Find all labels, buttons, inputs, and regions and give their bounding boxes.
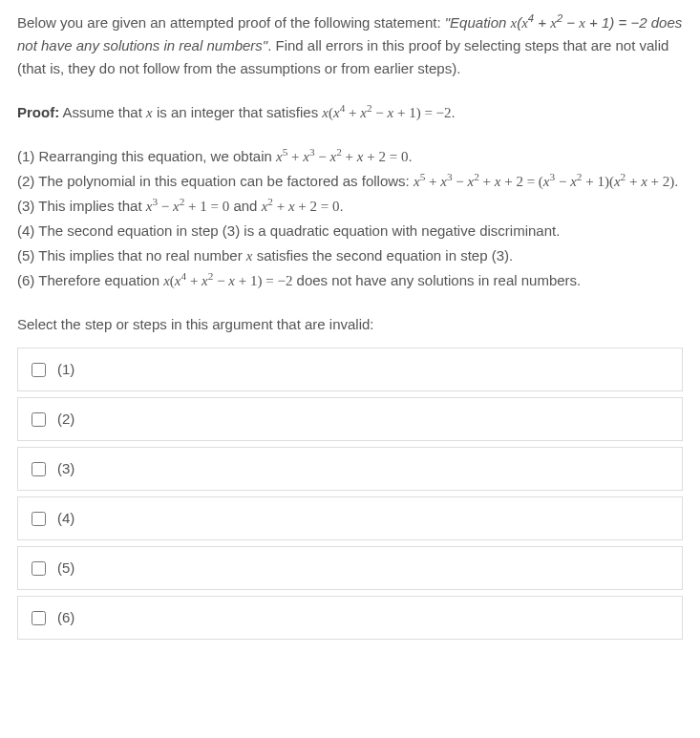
checkbox-6[interactable] — [32, 611, 46, 625]
proof-assume-mid: is an integer that satisfies — [153, 104, 323, 120]
step-4: (4) The second equation in step (3) is a… — [17, 220, 683, 242]
checkbox-2[interactable] — [32, 412, 46, 427]
option-3-label[interactable]: (3) — [57, 457, 74, 480]
option-4-label[interactable]: (4) — [57, 507, 74, 530]
proof-assumption: Proof: Assume that x is an integer that … — [17, 101, 683, 124]
checkbox-3[interactable] — [32, 462, 46, 476]
option-2-label[interactable]: (2) — [57, 408, 74, 431]
step-1: (1) Rearranging this equation, we obtain… — [17, 145, 683, 168]
option-1[interactable]: (1) — [17, 348, 683, 391]
step-3: (3) This implies that x3 − x2 + 1 = 0 an… — [17, 195, 683, 218]
option-2[interactable]: (2) — [17, 397, 683, 441]
proof-label: Proof: — [17, 104, 59, 120]
proof-assume-before: Assume that — [59, 104, 146, 120]
option-4[interactable]: (4) — [17, 496, 683, 540]
select-prompt: Select the step or steps in this argumen… — [17, 313, 683, 336]
options-list: (1) (2) (3) (4) (5) (6) — [17, 348, 683, 640]
option-5-label[interactable]: (5) — [57, 557, 74, 580]
proof-period: . — [452, 104, 456, 120]
option-6-label[interactable]: (6) — [57, 606, 74, 629]
option-3[interactable]: (3) — [17, 447, 683, 491]
intro-quote-eq: x(x4 + x2 − x + 1) = −2 — [511, 14, 647, 31]
intro-prefix: Below you are given an attempted proof o… — [17, 14, 445, 31]
checkbox-1[interactable] — [32, 363, 46, 377]
checkbox-5[interactable] — [32, 561, 46, 576]
proof-var: x — [146, 105, 153, 120]
step-6: (6) Therefore equation x(x4 + x2 − x + 1… — [17, 269, 683, 292]
option-6[interactable]: (6) — [17, 596, 683, 640]
step-2: (2) The polynomial in this equation can … — [17, 170, 683, 193]
proof-steps: (1) Rearranging this equation, we obtain… — [17, 145, 683, 292]
intro-quote-before: "Equation — [445, 14, 511, 31]
checkbox-4[interactable] — [32, 512, 46, 526]
intro-text: Below you are given an attempted proof o… — [17, 11, 683, 80]
option-1-label[interactable]: (1) — [57, 358, 74, 381]
proof-assume-eq: x(x4 + x2 − x + 1) = −2 — [322, 105, 451, 120]
step-5: (5) This implies that no real number x s… — [17, 244, 683, 267]
option-5[interactable]: (5) — [17, 546, 683, 590]
